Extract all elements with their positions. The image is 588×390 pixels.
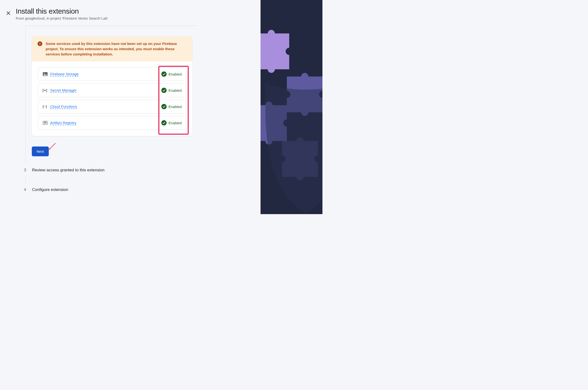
service-row-secret-manager: [••] Secret Manager Enabled bbox=[38, 83, 186, 97]
registry-icon bbox=[43, 120, 48, 125]
decorative-sidebar bbox=[260, 0, 322, 214]
secret-icon: [••] bbox=[43, 88, 48, 93]
service-link-firebase-storage[interactable]: Firebase Storage bbox=[50, 72, 79, 76]
next-button[interactable]: Next bbox=[32, 146, 49, 156]
step-4[interactable]: 4 Configure extension bbox=[16, 184, 198, 195]
status-enabled: Enabled bbox=[168, 72, 182, 76]
check-icon bbox=[161, 120, 167, 125]
step-number: 4 bbox=[24, 187, 27, 192]
status-enabled: Enabled bbox=[168, 88, 182, 93]
step-number: 3 bbox=[24, 168, 27, 173]
check-icon bbox=[161, 71, 167, 77]
warning-icon: ! bbox=[38, 41, 42, 46]
status-enabled: Enabled bbox=[168, 105, 182, 109]
svg-point-1 bbox=[44, 73, 45, 74]
page-subtitle: From googlecloud, in project 'Firestore … bbox=[16, 16, 108, 20]
step-3[interactable]: 3 Review access granted to this extensio… bbox=[16, 164, 198, 176]
close-icon[interactable] bbox=[4, 9, 12, 19]
svg-text:{··}: {··} bbox=[43, 105, 47, 108]
functions-icon: {··} bbox=[43, 104, 48, 109]
step-label: Configure extension bbox=[32, 187, 68, 192]
service-row-cloud-functions: {··} Cloud Functions Enabled bbox=[38, 100, 186, 113]
services-card: ! Some services used by this extension h… bbox=[32, 36, 193, 136]
check-icon bbox=[161, 88, 167, 93]
service-link-secret-manager[interactable]: Secret Manager bbox=[50, 88, 77, 93]
service-link-cloud-functions[interactable]: Cloud Functions bbox=[50, 104, 77, 109]
image-icon bbox=[43, 72, 48, 76]
service-row-artifact-registry: Artifact Registry Enabled bbox=[38, 116, 186, 130]
alert-banner: ! Some services used by this extension h… bbox=[32, 36, 193, 61]
page-title: Install this extension bbox=[16, 7, 108, 15]
svg-point-7 bbox=[45, 122, 46, 123]
step-label: Review access granted to this extension bbox=[32, 168, 104, 173]
service-link-artifact-registry[interactable]: Artifact Registry bbox=[50, 121, 76, 125]
svg-text:[••]: [••] bbox=[43, 88, 47, 92]
service-row-firebase-storage: Firebase Storage Enabled bbox=[38, 67, 186, 81]
status-enabled: Enabled bbox=[168, 121, 182, 125]
check-icon bbox=[161, 104, 167, 109]
alert-text: Some services used by this extension hav… bbox=[46, 41, 187, 57]
